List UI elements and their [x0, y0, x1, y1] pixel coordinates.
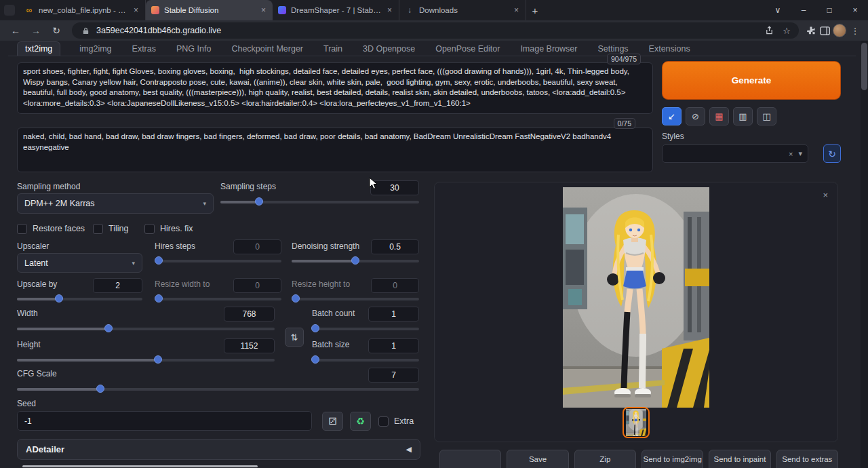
prompt-input[interactable]: sport shoes, fighter, fight, fight Glove…	[17, 62, 653, 114]
hires-steps-slider[interactable]	[155, 256, 281, 265]
tab-extras[interactable]: Extras	[131, 42, 157, 56]
window-menu-chevron[interactable]: ∨	[765, 0, 791, 20]
tab-3d-openpose[interactable]: 3D Openpose	[361, 42, 416, 56]
seed-input[interactable]	[17, 411, 312, 431]
sampling-method-dropdown[interactable]: DPM++ 2M Karras ▾	[17, 193, 214, 214]
send-to-extras-button[interactable]: Send to extras	[776, 450, 838, 468]
random-seed-button[interactable]: ⚂	[322, 412, 343, 431]
upscale-by-slider[interactable]	[17, 294, 142, 303]
tab-train[interactable]: Train	[322, 42, 344, 56]
generated-image[interactable]	[563, 187, 709, 408]
tab-image-browser[interactable]: Image Browser	[519, 42, 578, 56]
bookmark-star-icon[interactable]: ☆	[783, 26, 791, 36]
upscaler-dropdown[interactable]: Latent ▾	[17, 253, 142, 273]
height-input[interactable]	[224, 338, 275, 353]
browser-tab-colab[interactable]: ∞ new_colab_file.ipynb - Colaborat ×	[19, 0, 146, 20]
extra-seed-checkbox[interactable]: Extra	[378, 416, 414, 427]
batch-size-slider[interactable]	[312, 355, 419, 364]
tiling-checkbox[interactable]: Tiling	[93, 223, 128, 234]
tab-close-icon[interactable]: ×	[132, 5, 140, 15]
window-close-button[interactable]: ×	[842, 0, 868, 20]
lock-icon[interactable]	[80, 25, 91, 36]
extra-networks-button[interactable]: ▦	[709, 107, 729, 125]
open-folder-button[interactable]	[439, 450, 501, 468]
checkbox-box[interactable]	[378, 416, 389, 427]
cfg-scale-slider[interactable]	[17, 384, 419, 393]
profile-avatar[interactable]	[833, 24, 846, 37]
tab-search-button[interactable]	[4, 5, 15, 16]
denoising-strength-input[interactable]	[371, 239, 419, 254]
scrollbar-thumb[interactable]	[861, 43, 867, 90]
resize-width-input[interactable]	[233, 278, 281, 293]
slider-handle[interactable]	[55, 294, 63, 303]
page-scrollbar[interactable]	[861, 41, 868, 468]
height-slider[interactable]	[17, 355, 275, 364]
apply-style-button[interactable]: ▥	[733, 107, 753, 125]
extensions-puzzle-icon[interactable]	[806, 25, 816, 36]
slider-handle[interactable]	[155, 294, 163, 303]
batch-count-input[interactable]	[368, 307, 419, 321]
slider-handle[interactable]	[96, 385, 104, 393]
resize-height-slider[interactable]	[292, 294, 419, 303]
new-tab-button[interactable]: +	[526, 1, 544, 19]
save-style-button[interactable]: ◫	[757, 107, 776, 125]
adetailer-accordion[interactable]: ADetailer ◀	[17, 439, 420, 460]
tab-close-icon[interactable]: ×	[386, 5, 393, 15]
browser-tab-downloads[interactable]: ↓ Downloads ×	[399, 0, 526, 20]
reload-button[interactable]: ↻	[47, 22, 65, 39]
save-button[interactable]: Save	[507, 450, 568, 468]
side-panel-icon[interactable]	[819, 25, 830, 36]
reuse-seed-button[interactable]: ♻	[350, 412, 371, 431]
checkbox-box[interactable]	[144, 224, 155, 234]
browser-tab-stable-diffusion[interactable]: Stable Diffusion ×	[146, 0, 273, 20]
cfg-scale-input[interactable]	[368, 368, 419, 383]
hires-fix-checkbox[interactable]: Hires. fix	[144, 223, 193, 234]
checkbox-box[interactable]	[93, 224, 103, 234]
tab-close-icon[interactable]: ×	[513, 5, 520, 15]
window-maximize-button[interactable]: □	[816, 0, 842, 20]
zip-button[interactable]: Zip	[574, 450, 636, 468]
styles-dropdown[interactable]: × ▾	[662, 144, 808, 163]
slider-handle[interactable]	[311, 355, 319, 364]
share-icon[interactable]	[764, 25, 774, 36]
batch-count-slider[interactable]	[312, 324, 419, 333]
slider-handle[interactable]	[292, 294, 300, 303]
clear-prompt-button[interactable]: ⊘	[686, 107, 705, 125]
restore-faces-checkbox[interactable]: Restore faces	[17, 223, 85, 234]
slider-handle[interactable]	[104, 324, 113, 332]
batch-size-input[interactable]	[368, 338, 419, 353]
send-to-inpaint-button[interactable]: Send to inpaint	[709, 450, 770, 468]
slider-handle[interactable]	[155, 256, 163, 265]
sampling-steps-slider[interactable]	[220, 197, 419, 206]
denoising-strength-slider[interactable]	[292, 256, 419, 265]
tab-img2img[interactable]: img2img	[78, 42, 113, 56]
gallery-close-icon[interactable]: ×	[823, 190, 828, 200]
slider-handle[interactable]	[311, 324, 319, 332]
width-input[interactable]	[224, 307, 275, 321]
back-button[interactable]: ←	[7, 22, 24, 39]
negative-prompt-input[interactable]: naked, child, bad hand, bad draw, bad dr…	[17, 128, 653, 172]
refresh-styles-button[interactable]: ↻	[823, 144, 841, 163]
checkbox-box[interactable]	[17, 224, 27, 234]
hires-steps-input[interactable]	[233, 239, 281, 254]
omnibox[interactable]: 3a59ec42041dbb46cb.gradio.live ☆	[72, 22, 799, 39]
tab-close-icon[interactable]: ×	[260, 5, 267, 15]
resize-height-input[interactable]	[371, 278, 419, 293]
switch-width-height-button[interactable]: ⇅	[285, 328, 304, 347]
tab-openpose-editor[interactable]: OpenPose Editor	[434, 42, 501, 56]
styles-clear-icon[interactable]: ×	[789, 150, 793, 158]
tab-extensions[interactable]: Extensions	[648, 42, 692, 56]
slider-handle[interactable]	[255, 197, 263, 206]
browser-menu-icon[interactable]: ⋮	[849, 26, 861, 36]
tab-png-info[interactable]: PNG Info	[175, 42, 212, 56]
slider-handle[interactable]	[351, 256, 359, 265]
send-to-img2img-button[interactable]: Send to img2img	[642, 450, 703, 468]
width-slider[interactable]	[17, 324, 275, 333]
resize-width-slider[interactable]	[155, 294, 281, 303]
tab-checkpoint-merger[interactable]: Checkpoint Merger	[230, 42, 304, 56]
tab-txt2img[interactable]: txt2img	[17, 41, 60, 56]
forward-button[interactable]: →	[27, 22, 45, 39]
browser-tab-dreamshaper[interactable]: DreamShaper - 7 | Stable Diffusi ×	[273, 0, 399, 20]
gallery-thumbnail-selected[interactable]	[623, 407, 650, 438]
paste-params-button[interactable]: ↙	[662, 107, 682, 125]
